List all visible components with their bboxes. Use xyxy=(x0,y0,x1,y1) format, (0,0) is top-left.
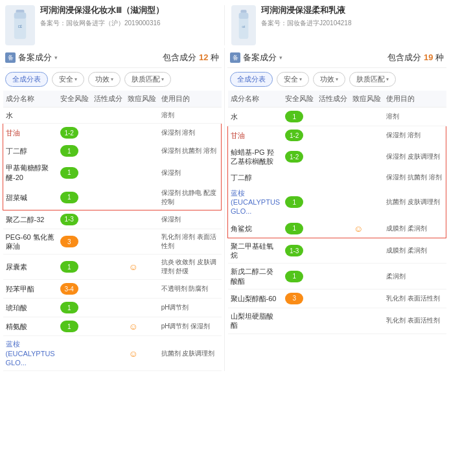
left-filter-efficacy[interactable]: 功效▾ xyxy=(88,72,121,87)
ingredient-name-cell: 琥珀酸 xyxy=(3,299,58,317)
safety-cell: 1-3 xyxy=(58,210,91,229)
purpose-cell: pH调节剂 xyxy=(159,299,222,317)
active-cell xyxy=(316,108,350,126)
safety-cell xyxy=(58,108,91,124)
acne-cell xyxy=(350,108,384,126)
safety-cell xyxy=(58,336,91,371)
ingredient-name-cell: 羟苯甲酯 xyxy=(3,280,58,299)
table-row: 聚乙二醇-321-3保湿剂 xyxy=(3,210,222,229)
left-filter-safety[interactable]: 安全▾ xyxy=(52,72,84,87)
product1-name: 珂润润浸保湿化妆水Ⅲ（滋润型） xyxy=(40,5,164,17)
table-row: 水溶剂 xyxy=(3,108,222,124)
left-th-acne: 致痘风险 xyxy=(125,91,159,108)
right-panel-title: 备 备案成分 ▾ xyxy=(230,52,282,63)
right-th-purpose: 使用目的 xyxy=(384,91,446,108)
acne-cell xyxy=(125,124,159,142)
product1-reg: 备案号：国妆网备进字（沪）2019000316 xyxy=(40,19,164,28)
product2-image: CÉ xyxy=(231,5,256,45)
left-filter-skin[interactable]: 肤质匹配▾ xyxy=(124,72,171,87)
ingredient-name-cell: 丁二醇 xyxy=(3,142,58,160)
table-row: 蓝桉(EUCALYPTUS GLO...☺抗菌剂 皮肤调理剂 xyxy=(3,336,222,371)
acne-cell: ☺ xyxy=(125,317,159,336)
table-row: 丁二醇1保湿剂 抗菌剂 溶剂 xyxy=(3,142,222,160)
product1-card: CÉ 珂润润浸保湿化妆水Ⅲ（滋润型） 备案号：国妆网备进字（沪）20190003… xyxy=(5,5,218,45)
ingredient-name-cell: 甲基葡糖醇聚醚-20 xyxy=(3,160,58,185)
left-panel-dropdown-icon[interactable]: ▾ xyxy=(54,54,58,61)
safety-cell: 1 xyxy=(58,317,91,336)
acne-cell xyxy=(350,170,384,185)
ingredient-name-cell: 丁二醇 xyxy=(228,170,283,185)
table-row: 新戊二醇二癸酸酯1柔润剂 xyxy=(228,264,446,289)
ingredient-name-cell: 聚山梨醇酯-60 xyxy=(228,289,283,308)
active-cell xyxy=(91,336,125,371)
left-th-safety: 安全风险 xyxy=(58,91,91,108)
active-cell xyxy=(91,142,125,160)
left-panel-icon: 备 xyxy=(5,52,16,63)
table-row: 琥珀酸1pH调节剂 xyxy=(3,299,222,317)
right-filter-efficacy[interactable]: 功效▾ xyxy=(313,72,345,87)
acne-icon: ☺ xyxy=(128,348,139,359)
right-filter-all[interactable]: 全成分表 xyxy=(230,72,273,87)
ingredient-name-cell: 鲸蜡基-PG 羟乙基棕榈酰胺 xyxy=(228,144,283,170)
left-th-name: 成分名称 xyxy=(3,91,58,108)
ingredient-name: 山梨坦硬脂酸酯 xyxy=(231,312,281,330)
acne-cell xyxy=(350,289,384,308)
left-th-purpose: 使用目的 xyxy=(159,91,222,108)
ingredient-name: 羟苯甲酯 xyxy=(6,284,55,293)
ingredient-name: 丁二醇 xyxy=(6,146,55,155)
ingredient-name: 聚乙二醇-32 xyxy=(6,215,55,224)
svg-rect-2 xyxy=(14,13,26,19)
product2-name: 珂润润浸保湿柔和乳液 xyxy=(261,5,352,17)
safety-cell: 1 xyxy=(58,185,91,210)
right-ingredient-count: 包含成分 19 种 xyxy=(387,52,444,63)
ingredient-name: 聚二甲基硅氧烷 xyxy=(231,242,281,260)
safety-badge: 1 xyxy=(60,261,78,273)
ingredient-name-cell: 新戊二醇二癸酸酯 xyxy=(228,264,283,289)
acne-cell xyxy=(125,185,159,210)
safety-cell: 1-2 xyxy=(282,126,316,145)
safety-badge: 1-2 xyxy=(285,130,303,141)
ingredient-name: 蓝桉(EUCALYPTUS GLO... xyxy=(6,339,55,367)
active-cell xyxy=(91,255,125,280)
acne-cell xyxy=(125,160,159,185)
purpose-cell: 保湿剂 xyxy=(159,160,222,185)
right-th-active: 活性成分 xyxy=(316,91,350,108)
table-row: 蓝桉(EUCALYPTUS GLO...1抗菌剂 皮肤调理剂 xyxy=(228,185,446,220)
table-row: 丁二醇保湿剂 抗菌剂 溶剂 xyxy=(228,170,446,185)
purpose-cell: 抗炎 收敛剂 皮肤调理剂 舒缓 xyxy=(159,255,222,280)
ingredient-name: 琥珀酸 xyxy=(6,303,55,312)
ingredient-name: 水 xyxy=(231,112,281,121)
purpose-cell: 保湿剂 抗菌剂 溶剂 xyxy=(159,142,222,160)
active-cell xyxy=(91,108,125,124)
ingredient-name-cell: 蓝桉(EUCALYPTUS GLO... xyxy=(3,336,58,371)
purpose-cell: 乳化剂 溶剂 表面活性剂 xyxy=(159,229,222,255)
safety-cell: 1 xyxy=(282,108,316,126)
ingredient-name: 新戊二醇二癸酸酯 xyxy=(231,267,281,286)
safety-badge: 3 xyxy=(285,293,303,304)
acne-cell xyxy=(350,264,384,289)
right-th-acne: 致痘风险 xyxy=(350,91,384,108)
left-filter-all[interactable]: 全成分表 xyxy=(5,72,48,87)
active-cell xyxy=(91,124,125,142)
right-panel: 备 备案成分 ▾ 包含成分 19 种 全成分表 安全▾ 功效▾ 肤质匹配▾ xyxy=(225,48,446,371)
right-panel-dropdown-icon[interactable]: ▾ xyxy=(279,54,282,61)
ingredient-name-cell: 蓝桉(EUCALYPTUS GLO... xyxy=(228,185,283,220)
acne-cell: ☺ xyxy=(350,220,384,238)
right-filter-skin[interactable]: 肤质匹配▾ xyxy=(349,72,396,87)
ingredient-name: 鲸蜡基-PG 羟乙基棕榈酰胺 xyxy=(231,148,280,166)
safety-cell: 1-2 xyxy=(282,144,316,170)
acne-cell xyxy=(125,229,159,255)
safety-cell: 3 xyxy=(282,289,316,308)
acne-cell xyxy=(350,308,384,334)
ingredient-name: 甲基葡糖醇聚醚-20 xyxy=(6,163,55,182)
right-th-name: 成分名称 xyxy=(228,91,283,108)
right-panel-icon: 备 xyxy=(230,52,240,63)
table-row: 水1溶剂 xyxy=(228,108,446,126)
safety-cell: 1 xyxy=(58,160,91,185)
purpose-cell: 不透明剂 防腐剂 xyxy=(159,280,222,299)
active-cell xyxy=(316,289,350,308)
ingredient-name: 角鲨烷 xyxy=(231,224,280,233)
right-filter-safety[interactable]: 安全▾ xyxy=(277,72,309,87)
left-ingredient-count: 包含成分 12 种 xyxy=(163,52,219,63)
purpose-cell: 保湿剂 溶剂 xyxy=(384,126,446,145)
